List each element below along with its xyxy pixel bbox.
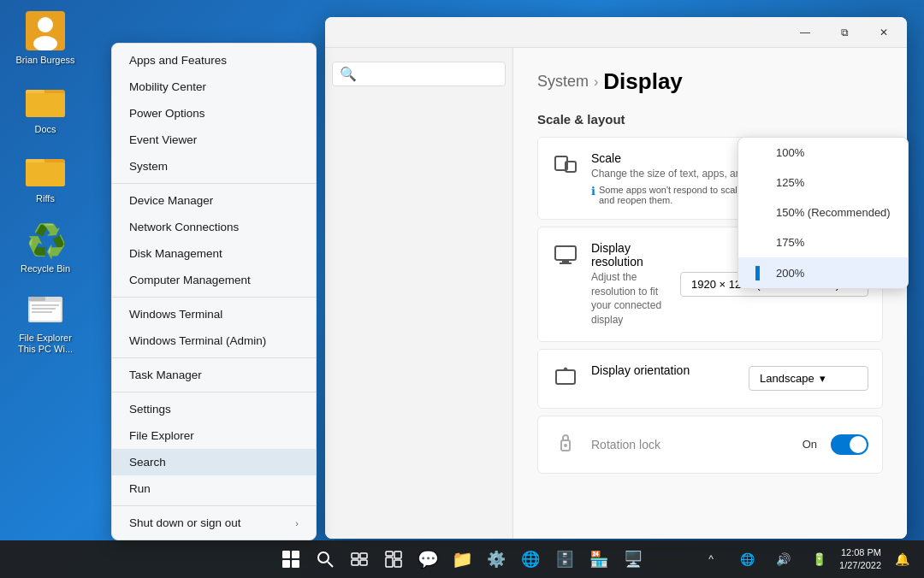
svg-text:♻️: ♻️ [27,221,64,259]
search-button[interactable] [310,544,341,575]
context-menu: Apps and Features Mobility Center Power … [111,43,317,540]
svg-rect-13 [32,304,59,306]
info-icon: ℹ [591,185,595,198]
toggle-knob [850,436,867,453]
rotation-lock-info: Rotation lock [591,438,791,451]
taskbar-time[interactable]: 12:08 PM 1/27/2022 [839,546,881,573]
desktop-icon-docs[interactable]: Docs [7,76,84,139]
file-explorer-icon [25,288,66,329]
menu-item-windows-terminal[interactable]: Windows Terminal [112,301,316,327]
menu-item-computer-management[interactable]: Computer Management [112,267,316,293]
orientation-name: Display orientation [591,363,737,377]
orientation-card: Display orientation Landscape ▾ [537,349,883,409]
menu-item-network-connections[interactable]: Network Connections [112,214,316,240]
settings-taskbar-button[interactable]: ⚙️ [481,544,512,575]
shutdown-arrow-icon: › [295,518,299,528]
search-icon: 🔍 [340,66,357,82]
fileexplorer-label: File Explorer This PC Wi... [10,333,80,355]
menu-item-disk-management[interactable]: Disk Management [112,240,316,267]
rotation-lock-toggle[interactable] [831,434,868,455]
desktop-icon-fileexplorer[interactable]: File Explorer This PC Wi... [7,285,84,358]
docs-label: Docs [34,124,56,135]
task-view-button[interactable] [344,544,375,575]
dell-button[interactable]: 🖥️ [618,544,649,575]
app1-button[interactable]: 🗄️ [549,544,580,575]
network-icon[interactable]: 🌐 [732,544,762,575]
svg-point-23 [564,444,567,447]
notification-button[interactable]: 🔔 [886,544,917,575]
menu-item-system[interactable]: System [112,153,316,180]
svg-rect-19 [562,260,569,262]
menu-item-search[interactable]: Search [112,449,316,475]
svg-rect-32 [352,560,358,565]
svg-point-28 [318,552,329,563]
desktop-icons: Brian Burgess Docs Riffs [0,0,94,365]
scale-check-200: ▌ [755,266,769,280]
chevron-down-icon: ▾ [820,372,826,385]
scale-dropdown-popup: 100% 125% 150% (Recommended) 175% ▌ 200% [737,137,909,289]
desktop-icon-brian[interactable]: Brian Burgess [7,7,84,69]
scale-option-150[interactable]: 150% (Recommended) [738,198,908,227]
orientation-icon [552,365,579,394]
menu-divider-4 [112,392,316,392]
svg-rect-5 [26,93,65,117]
menu-item-device-manager[interactable]: Device Manager [112,187,316,214]
chat-button[interactable]: 💬 [412,544,443,575]
scale-option-125[interactable]: 125% [738,168,908,198]
svg-rect-8 [26,162,65,186]
edge-button[interactable]: 🌐 [515,544,546,575]
svg-rect-34 [386,551,393,556]
recycle-bin-label: Recycle Bin [21,263,70,274]
svg-rect-24 [282,551,290,558]
orientation-control: Landscape ▾ [749,366,868,391]
orientation-info: Display orientation [591,363,737,379]
svg-point-1 [38,17,53,32]
menu-item-task-manager[interactable]: Task Manager [112,362,316,388]
menu-item-apps-features[interactable]: Apps and Features [112,47,316,74]
minimize-button[interactable]: — [785,19,825,46]
resolution-name: Display resolution [591,241,668,268]
settings-sidebar: 🔍 [325,48,513,539]
store-button[interactable]: 🏪 [583,544,614,575]
settings-search[interactable]: 🔍 [332,62,506,86]
restore-button[interactable]: ⧉ [825,19,864,46]
taskbar: 💬 📁 ⚙️ 🌐 🗄️ 🏪 🖥️ ^ 🌐 🔊 🔋 12:08 PM 1/27/2… [0,540,924,578]
svg-rect-18 [555,246,576,260]
svg-rect-25 [292,551,299,558]
desktop-icon-recycle[interactable]: ♻️ Recycle Bin [7,215,84,278]
window-titlebar: — ⧉ ✕ [325,17,907,48]
svg-rect-37 [394,560,401,567]
start-button[interactable] [275,544,306,575]
svg-rect-33 [360,560,367,565]
volume-icon[interactable]: 🔊 [767,544,798,575]
scale-option-100[interactable]: 100% [738,138,908,168]
system-tray-expand[interactable]: ^ [696,544,726,575]
scale-layout-title: Scale & layout [537,112,883,127]
desktop-icon-riffs[interactable]: Riffs [7,145,84,208]
menu-item-shutdown[interactable]: Shut down or sign out › [112,510,316,536]
breadcrumb: System › Display [537,68,883,95]
menu-item-mobility-center[interactable]: Mobility Center [112,74,316,100]
orientation-dropdown[interactable]: Landscape ▾ [749,366,868,391]
battery-icon[interactable]: 🔋 [803,544,834,575]
menu-item-file-explorer[interactable]: File Explorer [112,422,316,449]
riffs-label: Riffs [36,193,55,204]
toggle-on-label: On [803,438,817,451]
scale-option-200[interactable]: ▌ 200% [738,257,908,288]
menu-divider-1 [112,183,316,184]
user-icon [25,10,66,51]
menu-item-event-viewer[interactable]: Event Viewer [112,127,316,153]
settings-main: System › Display Scale & layout Scale [513,48,907,539]
explorer-taskbar-button[interactable]: 📁 [447,544,477,575]
menu-item-run[interactable]: Run [112,475,316,502]
scale-option-175[interactable]: 175% [738,227,908,257]
menu-item-windows-terminal-admin[interactable]: Windows Terminal (Admin) [112,327,316,354]
resolution-icon [552,243,579,272]
svg-rect-14 [32,308,56,310]
svg-line-29 [328,562,333,567]
close-button[interactable]: ✕ [864,19,903,46]
menu-item-power-options[interactable]: Power Options [112,100,316,127]
menu-item-settings[interactable]: Settings [112,396,316,422]
widgets-button[interactable] [378,544,409,575]
brian-label: Brian Burgess [15,55,74,66]
